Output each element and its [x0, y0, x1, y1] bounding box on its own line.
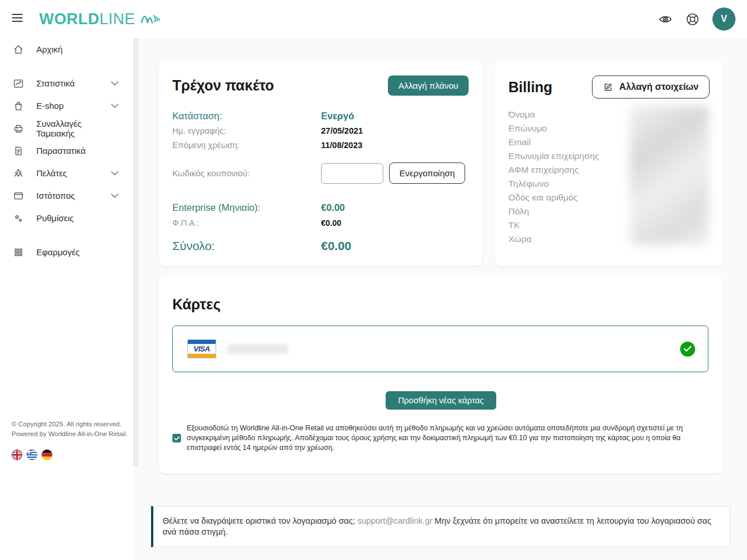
edit-pencil-icon	[603, 82, 613, 92]
status-label: Κατάσταση:	[172, 111, 321, 122]
add-new-card-button[interactable]: Προσθήκη νέας κάρτας	[386, 391, 497, 410]
total-value: €0.00	[321, 239, 352, 253]
sidebar-item-pos-transactions[interactable]: Συναλλαγές Ταμειακής	[0, 117, 134, 139]
billing-card: Billing Αλλαγή στοιχείων Όνομα Επώνυμο E…	[495, 60, 723, 266]
sidebar-copyright: © Copyright 2025. All rights reserved. P…	[12, 419, 127, 439]
sidebar-item-label: E-shop	[36, 101, 64, 111]
signup-date-label: Ημ. εγγραφής:	[172, 126, 321, 135]
chevron-down-icon	[111, 103, 119, 108]
language-switcher	[12, 449, 52, 460]
statistics-icon	[13, 78, 24, 89]
hamburger-menu-icon[interactable]	[12, 13, 23, 25]
billing-fields: Όνομα Επώνυμο Email Επωνυμία επιχείρησης…	[508, 108, 710, 246]
header-actions: V	[658, 7, 735, 31]
sidebar-item-customers[interactable]: Πελάτες	[0, 162, 134, 184]
sidebar-item-apps[interactable]: Εφαρμογές	[0, 241, 134, 263]
cards-section-card: Κάρτες VISA Προσθήκη νέας κάρτας Εξουσιο…	[159, 275, 723, 474]
saved-card-row[interactable]: VISA	[172, 326, 708, 372]
sidebar-item-invoices[interactable]: Παραστατικά	[0, 139, 134, 162]
flag-german[interactable]	[42, 449, 52, 460]
current-package-card: Τρέχον πακέτο Αλλαγή πλάνου Κατάσταση: Ε…	[159, 60, 482, 266]
vat-label: Φ.Π.Α.:	[172, 218, 321, 228]
flag-english[interactable]	[12, 449, 22, 460]
delete-account-notice: Θέλετε να διαγράψετε οριστικά τον λογαρι…	[151, 506, 730, 547]
browser-window-icon	[13, 190, 24, 202]
support-lifebuoy-icon[interactable]	[685, 12, 700, 27]
vat-value: €0.00	[321, 218, 341, 228]
worldline-wave-icon	[140, 11, 161, 27]
sidebar-item-label: Αρχική	[36, 44, 63, 54]
shopping-bag-icon	[13, 100, 24, 112]
sidebar: Αρχική Στατιστικά E-shop	[0, 38, 134, 560]
home-icon	[13, 44, 24, 55]
cash-register-icon	[13, 123, 24, 134]
sidebar-item-label: Ρυθμίσεις	[36, 213, 74, 223]
activate-coupon-button[interactable]: Ενεργοποίηση	[389, 162, 465, 184]
sidebar-item-label: Ιστότοπος	[36, 191, 75, 200]
change-plan-button[interactable]: Αλλαγή πλάνου	[388, 75, 469, 96]
sidebar-item-eshop[interactable]: E-shop	[0, 94, 134, 117]
next-charge-label: Επόμενη χρέωση:	[172, 141, 321, 150]
sidebar-item-label: Πελάτες	[36, 168, 67, 178]
visa-logo: VISA	[187, 339, 216, 358]
apps-grid-icon	[13, 247, 24, 258]
sidebar-scrollbar[interactable]	[133, 38, 138, 467]
total-label: Σύνολο:	[172, 239, 321, 253]
plan-price-value: €0.00	[321, 202, 345, 213]
chevron-down-icon	[111, 193, 119, 198]
edit-billing-button[interactable]: Αλλαγή στοιχείων	[592, 75, 710, 99]
coupon-code-label: Κωδικός κουπονιού:	[172, 168, 321, 178]
flag-greek[interactable]	[27, 449, 37, 460]
billing-card-title: Billing	[508, 79, 552, 96]
document-icon	[13, 145, 24, 157]
billing-values-redacted	[630, 105, 709, 245]
logo-word: WORLD	[39, 10, 99, 28]
cards-section-title: Κάρτες	[172, 296, 710, 313]
sidebar-item-label: Συναλλαγές Ταμειακής	[36, 119, 119, 138]
next-charge-value: 11/08/2023	[321, 141, 363, 150]
copyright-line1: © Copyright 2025. All rights reserved.	[12, 419, 127, 429]
sidebar-item-website[interactable]: Ιστότοπος	[0, 184, 134, 207]
signup-date-value: 27/05/2021	[321, 126, 363, 135]
chevron-down-icon	[111, 81, 119, 86]
user-avatar[interactable]: V	[712, 7, 735, 31]
sidebar-item-label: Στατιστικά	[36, 78, 75, 88]
card-number-redacted	[228, 344, 288, 354]
top-header: WORLDLINE	[0, 0, 747, 38]
sidebar-item-statistics[interactable]: Στατιστικά	[0, 72, 134, 94]
gears-icon	[13, 213, 24, 224]
edit-billing-label: Αλλαγή στοιχείων	[619, 82, 699, 92]
package-card-title: Τρέχον πακέτο	[172, 77, 274, 94]
sidebar-item-settings[interactable]: Ρυθμίσεις	[0, 207, 134, 229]
sidebar-item-label: Εφαρμογές	[36, 247, 80, 257]
sidebar-item-label: Παραστατικά	[36, 146, 86, 156]
eye-icon[interactable]	[658, 12, 673, 27]
visa-wordmark: VISA	[188, 344, 216, 354]
coupon-code-input[interactable]	[321, 163, 383, 184]
notice-text-before: Θέλετε να διαγράψετε οριστικά τον λογαρι…	[163, 516, 357, 525]
chevron-down-icon	[111, 171, 119, 176]
sidebar-item-home[interactable]: Αρχική	[0, 38, 134, 60]
consent-text: Εξουσιοδοτώ τη Worldline All-in-One Reta…	[187, 423, 708, 453]
support-email-link[interactable]: support@cardlink.gr	[357, 516, 432, 525]
worldline-logo: WORLDLINE	[39, 10, 161, 28]
customers-icon	[13, 168, 24, 179]
status-value: Ενεργό	[321, 111, 354, 122]
consent-checkbox[interactable]	[172, 434, 181, 442]
page: WORLDLINE	[0, 0, 747, 560]
copyright-line2: Powered by Worldline All-in-One Retail.	[12, 429, 127, 439]
logo-line: LINE	[99, 10, 135, 28]
card-active-check-icon	[680, 342, 695, 357]
plan-name-label: Enterprise (Μηνιαίο):	[172, 202, 321, 213]
